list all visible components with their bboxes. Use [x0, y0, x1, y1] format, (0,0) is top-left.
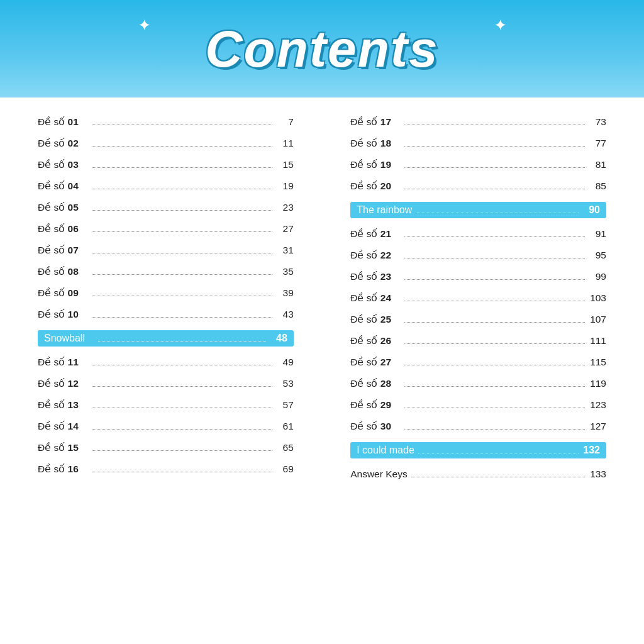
- page: ✦ Contents ✦ Đề số 01 7 Đề số 02 11 Đề s…: [0, 0, 644, 644]
- toc-page: 19: [276, 180, 294, 192]
- toc-page: 127: [589, 421, 606, 432]
- toc-item[interactable]: Đề số 01 7: [38, 116, 294, 128]
- toc-highlight-item[interactable]: The rainbow 90: [350, 202, 606, 218]
- toc-item[interactable]: Đề số 30 127: [350, 421, 606, 432]
- toc-item[interactable]: Đề số 23 99: [350, 271, 606, 282]
- right-column: Đề số 17 73 Đề số 18 77 Đề số 19 81 Đề s…: [350, 116, 606, 490]
- toc-dots: [92, 125, 272, 125]
- toc-label: Snowball: [44, 333, 94, 344]
- toc-page: 53: [276, 378, 294, 389]
- toc-dots: [418, 453, 579, 453]
- toc-label: Đề số 07: [38, 245, 88, 256]
- toc-highlight-item[interactable]: I could made 132: [350, 442, 606, 458]
- toc-page: 15: [276, 159, 294, 170]
- toc-page: 115: [589, 357, 606, 368]
- toc-dots: [404, 189, 585, 189]
- toc-label: Đề số 09: [38, 287, 88, 299]
- toc-item[interactable]: Đề số 11 49: [38, 357, 294, 368]
- toc-dots: [92, 365, 272, 365]
- toc-item[interactable]: Đề số 02 11: [38, 138, 294, 149]
- toc-page: 61: [276, 421, 294, 432]
- toc-label: Đề số 22: [350, 250, 401, 261]
- toc-label: Đề số 12: [38, 378, 88, 389]
- toc-page: 91: [589, 228, 606, 240]
- toc-item[interactable]: Đề số 27 115: [350, 357, 606, 368]
- toc-label: Đề số 11: [38, 357, 88, 368]
- toc-label: Đề số 14: [38, 421, 88, 432]
- toc-dots: [404, 236, 585, 237]
- toc-label: Đề số 08: [38, 266, 88, 277]
- toc-page: 69: [276, 464, 294, 475]
- toc-item[interactable]: Đề số 05 23: [38, 202, 294, 213]
- toc-item[interactable]: Đề số 06 27: [38, 223, 294, 235]
- toc-item[interactable]: Đề số 21 91: [350, 228, 606, 240]
- toc-dots: [404, 343, 585, 344]
- toc-dots: [416, 213, 579, 213]
- toc-page: 7: [276, 116, 294, 128]
- header: ✦ Contents ✦: [0, 0, 644, 97]
- toc-item[interactable]: Đề số 15 65: [38, 442, 294, 453]
- toc-label: Đề số 03: [38, 159, 88, 170]
- toc-page: 73: [589, 116, 606, 128]
- toc-page: 11: [276, 138, 294, 149]
- toc-label: Đề số 16: [38, 464, 88, 475]
- toc-label: Đề số 24: [350, 292, 401, 304]
- toc-label: Đề số 13: [38, 399, 88, 411]
- toc-item[interactable]: Đề số 25 107: [350, 314, 606, 325]
- toc-item[interactable]: Đề số 19 81: [350, 159, 606, 170]
- toc-label: Đề số 01: [38, 116, 88, 128]
- toc-dots: [404, 279, 585, 280]
- toc-dots: [92, 231, 272, 232]
- toc-label: Đề số 04: [38, 180, 88, 192]
- toc-page: 48: [270, 333, 287, 344]
- toc-dots: [98, 341, 266, 341]
- toc-item[interactable]: Đề số 14 61: [38, 421, 294, 432]
- toc-item[interactable]: Đề số 22 95: [350, 250, 606, 261]
- toc-dots: [411, 477, 585, 477]
- toc-label: Đề số 06: [38, 223, 88, 235]
- toc-item[interactable]: Đề số 10 43: [38, 309, 294, 320]
- toc-item[interactable]: Đề số 09 39: [38, 287, 294, 299]
- toc-label: Đề số 23: [350, 271, 401, 282]
- toc-label: The rainbow: [357, 204, 412, 216]
- toc-item[interactable]: Answer Keys 133: [350, 469, 606, 480]
- toc-item[interactable]: Đề số 03 15: [38, 159, 294, 170]
- toc-page: 85: [589, 180, 606, 192]
- toc-item[interactable]: Đề số 17 73: [350, 116, 606, 128]
- toc-page: 65: [276, 442, 294, 453]
- sparkle-right-icon: ✦: [494, 18, 506, 34]
- toc-label: Đề số 25: [350, 314, 401, 325]
- toc-dots: [92, 146, 272, 147]
- toc-item[interactable]: Đề số 12 53: [38, 378, 294, 389]
- toc-item[interactable]: Đề số 13 57: [38, 399, 294, 411]
- toc-item[interactable]: Đề số 29 123: [350, 399, 606, 411]
- toc-page: 119: [589, 378, 606, 389]
- toc-dots: [92, 386, 272, 387]
- toc-content: Đề số 01 7 Đề số 02 11 Đề số 03 15 Đề số…: [0, 97, 644, 502]
- toc-dots: [404, 429, 585, 430]
- toc-dots: [92, 253, 272, 253]
- toc-dots: [404, 167, 585, 168]
- toc-page: 27: [276, 223, 294, 235]
- toc-item[interactable]: Đề số 08 35: [38, 266, 294, 277]
- toc-item[interactable]: Đề số 16 69: [38, 464, 294, 475]
- toc-label: Đề số 28: [350, 378, 401, 389]
- toc-item[interactable]: Đề số 26 111: [350, 335, 606, 347]
- toc-dots: [404, 146, 585, 147]
- toc-item[interactable]: Đề số 18 77: [350, 138, 606, 149]
- toc-item[interactable]: Đề số 04 19: [38, 180, 294, 192]
- toc-item[interactable]: Đề số 20 85: [350, 180, 606, 192]
- page-title: Contents: [205, 19, 438, 79]
- toc-label: Đề số 02: [38, 138, 88, 149]
- toc-page: 133: [589, 469, 606, 480]
- toc-item[interactable]: Đề số 07 31: [38, 245, 294, 256]
- toc-page: 123: [589, 399, 606, 411]
- toc-item[interactable]: Đề số 24 103: [350, 292, 606, 304]
- toc-label: Đề số 27: [350, 357, 401, 368]
- toc-dots: [92, 450, 272, 451]
- toc-highlight-item[interactable]: Snowball 48: [38, 330, 294, 347]
- toc-label: Đề số 10: [38, 309, 88, 320]
- toc-item[interactable]: Đề số 28 119: [350, 378, 606, 389]
- toc-dots: [92, 408, 272, 408]
- toc-page: 35: [276, 266, 294, 277]
